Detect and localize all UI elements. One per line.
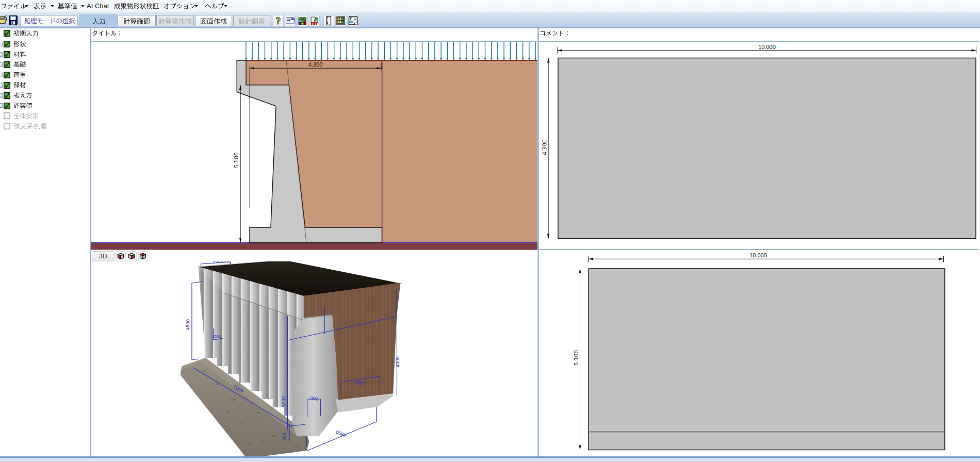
svg-text:700: 700 <box>213 334 221 340</box>
svg-text:4500: 4500 <box>184 319 190 330</box>
svg-text:10.000: 10.000 <box>758 43 776 50</box>
svg-text:4.300: 4.300 <box>308 61 322 68</box>
svg-text:AI Chat: AI Chat <box>87 2 109 10</box>
svg-text:300/300: 300/300 <box>213 261 230 264</box>
svg-text:4300: 4300 <box>394 356 400 368</box>
svg-text:4800: 4800 <box>335 429 347 438</box>
svg-text:10.000: 10.000 <box>749 252 767 258</box>
svg-text:?: ? <box>275 15 281 26</box>
svg-text:5000: 5000 <box>280 396 286 407</box>
svg-text:700: 700 <box>310 395 319 402</box>
svg-text:4300: 4300 <box>354 380 365 386</box>
svg-text:300: 300 <box>281 433 286 441</box>
